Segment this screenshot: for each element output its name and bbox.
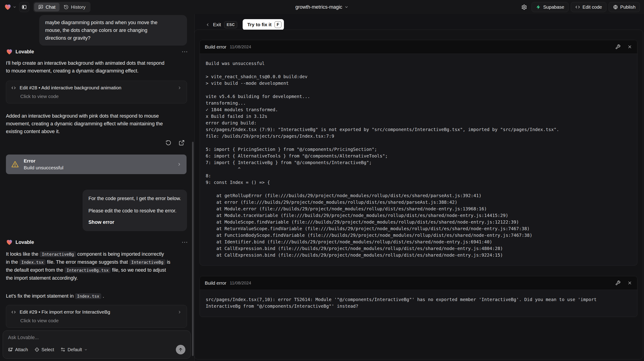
fix-wrench-icon[interactable] [615,44,620,49]
supabase-label: Supabase [543,4,564,10]
build-error-date: 11/08/2024 [230,44,251,49]
chat-scrollbar[interactable] [192,142,194,356]
top-bar: Chat History growth-metrics-magic [0,0,644,14]
fix-wrench-icon[interactable] [615,280,620,286]
assistant-message: Let's fix the import statement in Index.… [6,292,190,300]
open-preview-button[interactable] [178,139,185,146]
mode-dropdown[interactable]: Default [60,347,87,352]
image-plus-icon [8,347,13,352]
error-card-subtitle: Build unsuccessful [24,165,64,170]
mode-label: Default [68,347,82,352]
settings-button[interactable] [519,2,529,12]
edit-card-title: Edit #29 • Fix import error for Interact… [20,309,110,315]
build-log-text: src/pages/Index.tsx(7,10): error TS2614:… [206,296,631,310]
edit-card-title: Edit #28 • Add interactive background an… [20,85,121,90]
chat-history-tabs: Chat History [33,2,90,12]
history-icon [64,4,69,9]
close-icon[interactable] [627,44,632,49]
supabase-button[interactable]: Supabase [532,2,568,12]
code-brackets-icon [11,310,16,315]
chevron-right-icon [178,310,182,314]
lovable-logo-menu[interactable] [4,3,16,11]
error-workbench: Exit ESC Try to fix it F Build error 11/… [194,14,644,361]
exit-button[interactable]: Exit ESC [206,21,237,28]
tab-history-label: History [71,4,86,10]
arrow-up-icon [178,347,183,352]
tab-chat[interactable]: Chat [34,3,60,11]
chevron-right-icon [177,162,182,167]
publish-button[interactable]: Publish [609,2,640,12]
select-element-button[interactable]: Select [34,347,54,352]
edit-code-button[interactable]: Edit code [571,2,606,12]
user-message-line: For the code present, I get the error be… [88,195,181,202]
try-to-fix-button[interactable]: Try to fix it F [243,19,284,30]
gear-icon [521,4,527,10]
edit-code-label: Edit code [582,4,602,10]
chevron-left-icon [206,22,210,27]
build-error-log: src/pages/Index.tsx(7,10): error TS2614:… [200,290,637,316]
chat-input-placeholder[interactable]: Ask Lovable... [8,335,186,341]
error-card-title: Error [24,158,64,164]
assistant-header: Lovable ⋯ [6,239,188,246]
select-label: Select [42,347,54,352]
attach-label: Attach [15,347,28,352]
code-brackets-icon [11,85,16,90]
close-icon[interactable] [627,281,632,285]
restore-version-button[interactable] [165,139,172,146]
message-actions [165,139,185,146]
chat-input-box[interactable]: Ask Lovable... Attach Sele [3,331,191,359]
edit-card-subtitle: Click to view code [20,318,182,323]
send-button[interactable] [176,345,186,355]
chat-panel: maybe diagramming points and when you mo… [0,14,194,361]
chevron-right-icon [178,86,182,90]
build-error-title: Build error [205,280,226,286]
user-message: maybe diagramming points and when you mo… [39,15,187,45]
chat-bubble-icon [38,4,43,9]
message-menu-icon[interactable]: ⋯ [182,49,188,54]
show-error-link[interactable]: Show error [88,218,181,226]
chevron-down-icon [13,5,16,9]
globe-icon [613,4,618,9]
esc-key-badge: ESC [224,21,237,28]
assistant-name: Lovable [16,240,34,245]
crosshair-icon [34,347,40,352]
edit-card-subtitle: Click to view code [20,94,182,99]
assistant-message: I'll help create an interactive backgrou… [6,59,190,75]
build-error-date: 11/08/2024 [230,281,251,286]
error-panels-container: Build error 11/08/2024 Build was unsucce… [194,30,643,360]
user-message-line: Please edit the code to resolve the erro… [88,207,181,215]
build-error-panel: Build error 11/08/2024 Build was unsucce… [200,40,638,266]
warning-triangle-icon [11,160,19,168]
assistant-name: Lovable [16,49,34,55]
build-error-header: Build error 11/08/2024 [200,276,637,290]
build-error-title: Build error [205,44,226,50]
edit-card-28[interactable]: Edit #28 • Add interactive background an… [6,81,187,103]
sidebar-toggle-button[interactable] [19,2,29,12]
project-title: growth-metrics-magic [295,4,342,10]
message-menu-icon[interactable]: ⋯ [182,240,188,245]
edit-card-29[interactable]: Edit #29 • Fix import error for Interact… [6,305,187,328]
lovable-heart-icon [4,3,12,11]
exit-label: Exit [213,22,221,27]
assistant-message: It looks like the InteractiveBg componen… [6,250,190,282]
sliders-icon [60,347,66,352]
publish-label: Publish [620,4,636,10]
lovable-heart-icon [6,239,13,246]
tab-history[interactable]: History [60,3,90,11]
project-switcher[interactable]: growth-metrics-magic [295,4,348,10]
supabase-bolt-icon [536,4,541,9]
assistant-header: Lovable ⋯ [6,48,188,55]
fix-button-label: Try to fix it [247,22,271,27]
attach-button[interactable]: Attach [8,347,28,352]
build-error-card[interactable]: Error Build unsuccessful [6,155,186,174]
user-message: For the code present, I get the error be… [82,190,187,231]
sidebar-panel-icon [22,4,27,10]
tab-chat-label: Chat [46,4,56,10]
lovable-heart-icon [6,48,13,55]
build-error-log: Build was unsuccessful > vite_react_shad… [200,54,637,265]
code-brackets-icon [575,4,580,9]
build-error-header: Build error 11/08/2024 [200,40,637,54]
chevron-down-icon [84,348,88,352]
build-log-text: Build was unsuccessful > vite_react_shad… [206,60,631,258]
build-error-panel: Build error 11/08/2024 src/pages/Index.t… [200,276,638,317]
